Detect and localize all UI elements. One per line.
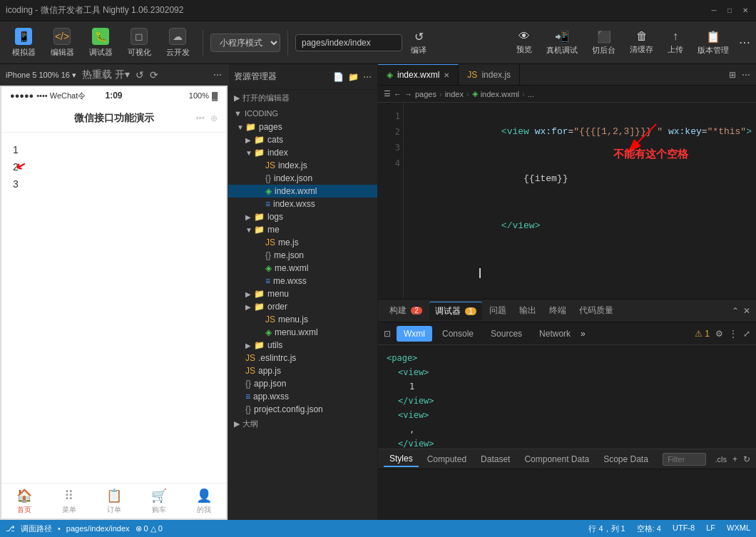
backend-button[interactable]: ⬛ 切后台 bbox=[588, 29, 620, 57]
fullscreen-debug-icon[interactable]: ⤢ bbox=[743, 329, 750, 339]
tree-item-eslint[interactable]: JS .eslintrc.js bbox=[228, 352, 377, 364]
refresh-icon[interactable]: ⟳ bbox=[150, 69, 158, 81]
tree-item-menu-wxml[interactable]: ◈ menu.wxml bbox=[228, 326, 377, 339]
styles-tab-computed[interactable]: Computed bbox=[422, 452, 472, 466]
debug-tab-issues[interactable]: 问题 bbox=[484, 302, 512, 319]
breadcrumb-pages[interactable]: pages bbox=[415, 90, 436, 98]
more-inner-tabs[interactable]: » bbox=[581, 329, 586, 339]
collapse-debug-icon[interactable]: ⌃ bbox=[732, 306, 739, 316]
tab-index-wxml[interactable]: ◈ index.wxml ✕ bbox=[378, 64, 459, 85]
tree-item-index-json[interactable]: {} index.json bbox=[228, 172, 377, 185]
inner-tab-wxml[interactable]: Wxml bbox=[397, 326, 432, 342]
simulator-button[interactable]: 📱 模拟器 bbox=[6, 25, 41, 61]
styles-filter-input[interactable] bbox=[663, 453, 707, 466]
tree-item-menu[interactable]: ▶ 📁 menu bbox=[228, 287, 377, 300]
tree-item-app-wxss[interactable]: ≡ app.wxss bbox=[228, 390, 377, 403]
styles-panel: Styles Computed Dataset Component Data S… bbox=[378, 449, 756, 520]
open-editors-header[interactable]: ▶ 打开的编辑器 bbox=[228, 90, 377, 106]
more-editor-icon[interactable]: ⋯ bbox=[742, 70, 750, 80]
tree-item-index-js[interactable]: JS index.js bbox=[228, 159, 377, 172]
tree-item-me-wxss[interactable]: ≡ me.wxss bbox=[228, 275, 377, 287]
version-button[interactable]: 📋 版本管理 bbox=[693, 29, 733, 57]
inspect-icon[interactable]: ⊡ bbox=[384, 329, 391, 339]
preview-button[interactable]: 👁 预览 bbox=[512, 29, 536, 56]
tree-item-me-json[interactable]: {} me.json bbox=[228, 249, 377, 262]
breadcrumb-back[interactable]: ☰ bbox=[384, 89, 391, 98]
close-button[interactable]: ✕ bbox=[740, 6, 750, 16]
debug-tab-debugger[interactable]: 调试器 1 bbox=[429, 302, 482, 320]
debugger-button[interactable]: 🐛 调试器 bbox=[83, 25, 118, 61]
styles-tab-dataset[interactable]: Dataset bbox=[475, 452, 516, 466]
more-button[interactable]: ⋯ bbox=[739, 36, 750, 49]
split-editor-icon[interactable]: ⊞ bbox=[729, 70, 736, 80]
more-options-icon[interactable]: ⋯ bbox=[363, 72, 372, 82]
path-input[interactable] bbox=[295, 34, 402, 51]
compile-button[interactable]: ↺ 编译 bbox=[407, 29, 431, 57]
close-debug-icon[interactable]: ✕ bbox=[743, 306, 750, 316]
maximize-button[interactable]: □ bbox=[725, 6, 735, 16]
refresh-style-icon[interactable]: ↻ bbox=[743, 454, 750, 464]
new-folder-icon[interactable]: 📁 bbox=[348, 72, 359, 82]
nav-action-icon[interactable]: ⊕ bbox=[210, 113, 218, 123]
tree-item-project-config[interactable]: {} project.config.json bbox=[228, 403, 377, 416]
add-style-icon[interactable]: + bbox=[732, 454, 737, 464]
debug-tab-output[interactable]: 输出 bbox=[514, 302, 542, 319]
tree-item-index-wxss[interactable]: ≡ index.wxss bbox=[228, 198, 377, 210]
tree-item-me-js[interactable]: JS me.js bbox=[228, 236, 377, 249]
sim-options[interactable]: ⋯ bbox=[213, 70, 222, 80]
more-debug-icon[interactable]: ⋮ bbox=[729, 329, 737, 339]
styles-tab-scope[interactable]: Scope Data bbox=[598, 452, 654, 466]
tree-item-app-js[interactable]: JS app.js bbox=[228, 364, 377, 377]
tree-item-menu-js[interactable]: JS menu.js bbox=[228, 313, 377, 326]
inner-tab-sources[interactable]: Sources bbox=[484, 326, 529, 342]
real-debug-button[interactable]: 📲 真机调试 bbox=[542, 29, 582, 57]
visible-button[interactable]: ◻ 可视化 bbox=[121, 25, 157, 61]
tree-item-app-json[interactable]: {} app.json bbox=[228, 377, 377, 390]
inner-tab-network[interactable]: Network bbox=[532, 326, 578, 342]
nav-more-icon[interactable]: ••• bbox=[195, 113, 205, 123]
tree-item-me-wxml[interactable]: ◈ me.wxml bbox=[228, 262, 377, 275]
outline-header[interactable]: ▶ 大纲 bbox=[228, 416, 377, 432]
cls-button[interactable]: .cls bbox=[715, 455, 727, 464]
root-header[interactable]: ▼ ICODING bbox=[228, 106, 377, 121]
nav-order[interactable]: 📋 订单 bbox=[91, 484, 136, 518]
inner-tab-console[interactable]: Console bbox=[435, 326, 481, 342]
tab-index-js[interactable]: JS index.js bbox=[459, 64, 520, 85]
nav-cart[interactable]: 🛒 购车 bbox=[136, 484, 181, 518]
styles-tab-styles[interactable]: Styles bbox=[384, 451, 419, 467]
index-folder-chevron: ▼ bbox=[245, 149, 254, 157]
tree-item-order[interactable]: ▶ 📁 order bbox=[228, 300, 377, 313]
breadcrumb-file[interactable]: index.wxml bbox=[481, 90, 519, 98]
breadcrumb-index[interactable]: index bbox=[445, 90, 464, 98]
new-file-icon[interactable]: 📄 bbox=[333, 72, 344, 82]
breadcrumb-left[interactable]: ← bbox=[394, 90, 402, 98]
xml-line-view1-close: </view> bbox=[387, 394, 747, 408]
mode-select[interactable]: 小程序模式 bbox=[210, 34, 280, 52]
tree-item-utils[interactable]: ▶ 📁 utils bbox=[228, 339, 377, 352]
tree-item-cats[interactable]: ▶ 📁 cats bbox=[228, 133, 377, 146]
code-editor[interactable]: <view wx:for="{{{[1,2,3]}}} " wx:key="*t… bbox=[404, 103, 756, 299]
hot-reload[interactable]: 热重载 开▾ bbox=[82, 68, 130, 81]
debug-tab-terminal[interactable]: 终端 bbox=[543, 302, 572, 319]
tree-item-index-wxml[interactable]: ◈ index.wxml bbox=[228, 185, 377, 198]
device-info[interactable]: iPhone 5 100% 16 ▾ bbox=[6, 71, 76, 80]
debug-tab-build[interactable]: 构建 2 bbox=[384, 302, 428, 319]
settings-icon[interactable]: ⚙ bbox=[715, 329, 723, 339]
styles-tab-component[interactable]: Component Data bbox=[519, 452, 595, 466]
debug-tab-quality[interactable]: 代码质量 bbox=[573, 302, 619, 319]
upload-button[interactable]: ↑ 上传 bbox=[663, 29, 688, 56]
breadcrumb-right[interactable]: → bbox=[404, 90, 412, 98]
reload-icon[interactable]: ↺ bbox=[136, 69, 144, 81]
tree-item-me-folder[interactable]: ▼ 📁 me bbox=[228, 223, 377, 236]
cloud-button[interactable]: ☁ 云开发 bbox=[160, 25, 195, 61]
nav-home[interactable]: 🏠 首页 bbox=[1, 484, 46, 518]
tree-item-index-folder[interactable]: ▼ 📁 index bbox=[228, 146, 377, 159]
wxml-tab-close[interactable]: ✕ bbox=[444, 71, 449, 79]
tree-item-pages[interactable]: ▼ 📁 pages bbox=[228, 121, 377, 133]
minimize-button[interactable]: ─ bbox=[709, 6, 719, 16]
editor-button[interactable]: </> 编辑器 bbox=[44, 25, 80, 61]
tree-item-logs[interactable]: ▶ 📁 logs bbox=[228, 210, 377, 223]
nav-menu[interactable]: ⠿ 菜单 bbox=[46, 484, 91, 518]
clear-button[interactable]: 🗑 清缓存 bbox=[625, 29, 658, 56]
nav-me[interactable]: 👤 的我 bbox=[181, 484, 226, 518]
